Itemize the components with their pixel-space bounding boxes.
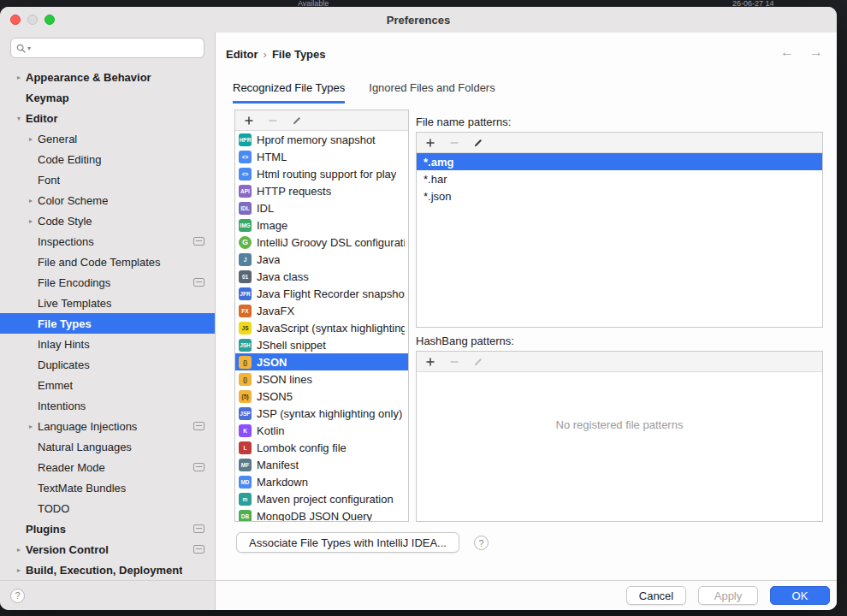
sidebar-item-reader-mode[interactable]: Reader Mode bbox=[0, 457, 215, 477]
sidebar-item-file-and-code-templates[interactable]: File and Code Templates bbox=[0, 252, 215, 272]
edit-pattern-button[interactable] bbox=[472, 137, 484, 149]
remove-pattern-button[interactable] bbox=[448, 137, 460, 149]
file-type-row-html-routing-support-for-play[interactable]: <>Html routing support for play bbox=[235, 165, 408, 182]
file-type-label: Hprof memory snapshot bbox=[257, 133, 376, 146]
image-file-icon: IMG bbox=[239, 219, 252, 232]
hashbang-patterns-panel: No registered file patterns bbox=[416, 351, 823, 522]
sidebar-item-inspections[interactable]: Inspections bbox=[0, 231, 215, 252]
javascript-syntax-highlighting-only-file-icon: JS bbox=[239, 322, 252, 335]
forward-arrow-icon[interactable]: → bbox=[809, 44, 823, 60]
sidebar-item-inlay-hints[interactable]: Inlay Hints bbox=[0, 334, 215, 354]
cancel-button[interactable]: Cancel bbox=[626, 586, 686, 605]
edit-file-type-button[interactable] bbox=[291, 115, 303, 127]
remove-file-type-button[interactable] bbox=[267, 115, 279, 127]
associate-help-icon[interactable]: ? bbox=[474, 536, 489, 550]
sidebar-item-natural-languages[interactable]: Natural Languages bbox=[0, 436, 215, 457]
chevron-down-icon[interactable]: ▾ bbox=[12, 115, 26, 122]
project-level-settings-icon bbox=[193, 422, 204, 430]
tab-recognized-file-types[interactable]: Recognized File Types bbox=[233, 81, 345, 104]
sidebar-item-general[interactable]: ▸General bbox=[0, 128, 215, 149]
file-type-row-jshell-snippet[interactable]: JSHJShell snippet bbox=[235, 336, 408, 353]
pattern-row-json[interactable]: *.json bbox=[417, 187, 822, 204]
sidebar-item-font[interactable]: Font bbox=[0, 169, 215, 190]
sidebar-item-keymap[interactable]: Keymap bbox=[0, 87, 215, 108]
hashbang-patterns-toolbar bbox=[417, 352, 822, 372]
back-arrow-icon[interactable]: ← bbox=[780, 44, 794, 60]
breadcrumb-editor[interactable]: Editor bbox=[226, 48, 258, 61]
sidebar-item-file-encodings[interactable]: File Encodings bbox=[0, 272, 215, 293]
file-type-row-manifest[interactable]: MFManifest bbox=[235, 456, 408, 473]
sidebar-item-label: Keymap bbox=[26, 92, 69, 104]
chevron-right-icon[interactable]: ▸ bbox=[24, 135, 38, 143]
file-type-row-java-class[interactable]: 01Java class bbox=[235, 268, 408, 285]
javafx-file-icon: FX bbox=[239, 305, 252, 317]
sidebar-item-label: Natural Languages bbox=[38, 441, 132, 453]
help-icon[interactable]: ? bbox=[10, 589, 25, 603]
add-file-type-button[interactable] bbox=[243, 115, 255, 127]
apply-button[interactable]: Apply bbox=[698, 586, 758, 605]
file-type-row-lombok-config-file[interactable]: LLombok config file bbox=[235, 439, 408, 456]
file-type-row-json[interactable]: {}JSON bbox=[235, 353, 408, 370]
sidebar-item-version-control[interactable]: ▸Version Control bbox=[0, 539, 215, 560]
titlebar: Preferences bbox=[0, 7, 837, 33]
close-button[interactable] bbox=[10, 15, 21, 25]
add-pattern-button[interactable] bbox=[424, 137, 436, 149]
remove-hashbang-button[interactable] bbox=[448, 356, 460, 368]
search-box[interactable]: ▾ bbox=[10, 38, 204, 58]
file-type-label: Lombok config file bbox=[257, 441, 346, 454]
file-type-row-idl[interactable]: IDLIDL bbox=[235, 199, 408, 216]
file-type-row-maven-project-configuration[interactable]: mMaven project configuration bbox=[235, 490, 408, 507]
file-type-row-mongodb-json-query[interactable]: DBMongoDB JSON Query bbox=[235, 507, 408, 522]
sidebar-item-code-style[interactable]: ▸Code Style bbox=[0, 210, 215, 231]
chevron-right-icon[interactable]: ▸ bbox=[12, 74, 26, 81]
pattern-row-har[interactable]: *.har bbox=[417, 170, 822, 187]
sidebar-item-build-execution-deployment[interactable]: ▸Build, Execution, Deployment bbox=[0, 560, 215, 580]
zoom-button[interactable] bbox=[44, 15, 55, 25]
tab-ignored-files-and-folders[interactable]: Ignored Files and Folders bbox=[369, 81, 495, 104]
file-type-row-html[interactable]: <>HTML bbox=[235, 148, 408, 165]
pattern-row-amg[interactable]: *.amg bbox=[417, 153, 822, 170]
sidebar-item-code-editing[interactable]: Code Editing bbox=[0, 149, 215, 169]
ok-button[interactable]: OK bbox=[770, 586, 830, 605]
html-file-icon: <> bbox=[239, 151, 252, 163]
sidebar-item-emmet[interactable]: Emmet bbox=[0, 375, 215, 395]
file-type-row-json-lines[interactable]: {}JSON lines bbox=[235, 370, 408, 388]
file-type-row-javascript-syntax-highlighting-only[interactable]: JSJavaScript (syntax highlighting only) bbox=[235, 319, 408, 336]
sidebar-item-editor[interactable]: ▾Editor bbox=[0, 108, 215, 128]
chevron-right-icon[interactable]: ▸ bbox=[12, 546, 26, 554]
sidebar-item-plugins[interactable]: Plugins bbox=[0, 518, 215, 539]
sidebar-item-appearance-behavior[interactable]: ▸Appearance & Behavior bbox=[0, 67, 215, 87]
edit-hashbang-button[interactable] bbox=[472, 356, 484, 368]
add-hashbang-button[interactable] bbox=[424, 356, 436, 368]
file-type-row-image[interactable]: IMGImage bbox=[235, 216, 408, 234]
sidebar-item-textmate-bundles[interactable]: TextMate Bundles bbox=[0, 477, 215, 498]
associate-file-types-button[interactable]: Associate File Types with IntelliJ IDEA.… bbox=[236, 532, 459, 553]
sidebar-item-duplicates[interactable]: Duplicates bbox=[0, 354, 215, 375]
chevron-right-icon[interactable]: ▸ bbox=[24, 423, 38, 430]
file-type-row-java-flight-recorder-snapshot[interactable]: JFRJava Flight Recorder snapshot bbox=[235, 285, 408, 302]
chevron-right-icon[interactable]: ▸ bbox=[12, 566, 26, 574]
file-type-row-json5[interactable]: {5}JSON5 bbox=[235, 388, 408, 405]
sidebar-item-intentions[interactable]: Intentions bbox=[0, 395, 215, 416]
search-options-chevron-icon[interactable]: ▾ bbox=[27, 44, 31, 52]
sidebar-item-todo[interactable]: TODO bbox=[0, 498, 215, 518]
chevron-right-icon[interactable]: ▸ bbox=[24, 197, 38, 204]
jsp-syntax-highlighting-only-file-icon: JSP bbox=[239, 407, 252, 420]
file-type-row-http-requests[interactable]: APIHTTP requests bbox=[235, 182, 408, 199]
settings-search-input[interactable] bbox=[33, 42, 198, 54]
file-type-row-intellij-groovy-dsl-configuration[interactable]: GIntelliJ Groovy DSL configuration bbox=[235, 234, 408, 251]
sidebar-item-language-injections[interactable]: ▸Language Injections bbox=[0, 416, 215, 436]
file-type-row-java[interactable]: JJava bbox=[235, 251, 408, 268]
file-type-row-kotlin[interactable]: KKotlin bbox=[235, 422, 408, 439]
search-icon bbox=[16, 44, 26, 53]
file-type-row-hprof-memory-snapshot[interactable]: HPRHprof memory snapshot bbox=[235, 131, 408, 148]
sidebar-item-color-scheme[interactable]: ▸Color Scheme bbox=[0, 190, 215, 210]
file-type-row-jsp-syntax-highlighting-only[interactable]: JSPJSP (syntax highlighting only) bbox=[235, 405, 408, 422]
sidebar-item-live-templates[interactable]: Live Templates bbox=[0, 293, 215, 313]
sidebar-item-file-types[interactable]: File Types bbox=[0, 313, 215, 334]
minus-icon bbox=[449, 138, 459, 148]
dialog-footer: ? Cancel Apply OK bbox=[0, 580, 837, 610]
file-type-row-javafx[interactable]: FXJavaFX bbox=[235, 302, 408, 319]
chevron-right-icon[interactable]: ▸ bbox=[24, 217, 38, 225]
file-type-row-markdown[interactable]: MDMarkdown bbox=[235, 473, 408, 490]
